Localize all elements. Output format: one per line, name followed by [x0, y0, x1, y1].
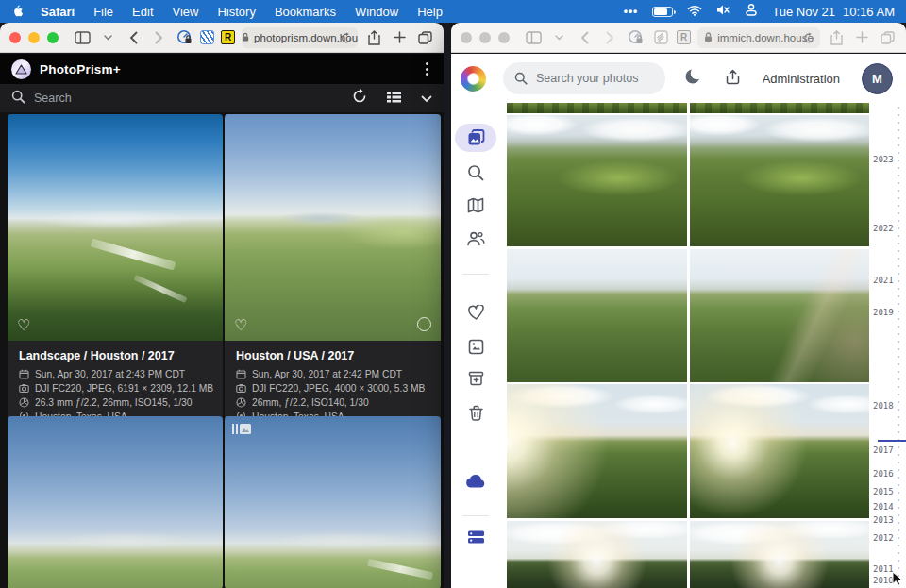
stripes-extension-icon[interactable] [200, 30, 214, 44]
privacy-extension-icon[interactable] [626, 28, 645, 47]
r-extension-icon[interactable]: R [221, 30, 235, 44]
sidebar-item-people[interactable] [451, 224, 500, 254]
back-button[interactable] [124, 28, 143, 47]
tab-overview-icon[interactable] [415, 28, 434, 47]
timeline-year[interactable]: 2014 [873, 502, 894, 512]
photo-thumbnail[interactable] [507, 384, 687, 518]
select-circle-icon[interactable] [417, 317, 431, 331]
forward-button[interactable] [600, 28, 619, 47]
kebab-menu-icon[interactable] [422, 59, 432, 79]
photo-card[interactable] [225, 416, 441, 588]
share-icon[interactable] [364, 28, 383, 47]
sidebar-item-server-status[interactable] [451, 522, 500, 552]
sidebar-chevron-icon[interactable] [98, 28, 117, 47]
menu-item-file[interactable]: File [93, 5, 113, 19]
zoom-window-button[interactable] [47, 32, 59, 43]
timeline-scrubber[interactable]: 2023 2022 2021 2019 2018 2017 2016 2015 … [869, 103, 906, 588]
timeline-year[interactable]: 2021 [873, 276, 894, 285]
user-switcher-icon[interactable] [745, 4, 758, 19]
share-icon[interactable] [827, 28, 846, 47]
menu-item-safari[interactable]: Safari [41, 5, 75, 19]
privacy-extension-icon[interactable] [175, 28, 193, 47]
photo-thumbnail[interactable] [690, 521, 870, 588]
minimize-window-button[interactable] [479, 32, 491, 43]
menu-item-help[interactable]: Help [417, 5, 443, 19]
apple-logo-icon[interactable] [11, 5, 25, 19]
photo-card[interactable]: ♡ Houston / USA / 2017 Sun, Apr 30, 2017… [225, 114, 441, 432]
timeline-year[interactable]: 2016 [873, 469, 894, 479]
administration-link[interactable]: Administration [763, 72, 840, 86]
refresh-icon[interactable] [352, 89, 367, 108]
timeline-year[interactable]: 2010 [873, 576, 894, 585]
timeline-year[interactable]: 2023 [873, 155, 894, 164]
immich-search-bar[interactable] [503, 62, 665, 94]
menu-bar-clock[interactable]: Tue Nov 21 10:16 AM [772, 5, 895, 19]
menu-item-window[interactable]: Window [355, 5, 398, 19]
sidebar-item-map[interactable] [451, 190, 500, 220]
menu-item-view[interactable]: View [173, 5, 199, 19]
mute-icon[interactable] [716, 4, 730, 19]
favorite-heart-icon[interactable]: ♡ [17, 318, 30, 333]
reload-icon[interactable] [803, 31, 814, 48]
view-mode-icon[interactable] [386, 90, 402, 107]
photo-thumbnail[interactable] [8, 416, 223, 588]
sidebar-toggle-icon[interactable] [524, 28, 543, 47]
photo-thumbnail[interactable] [507, 115, 687, 246]
new-tab-icon[interactable] [852, 28, 871, 47]
address-bar[interactable]: photoprism.down.house [242, 27, 358, 48]
upload-icon[interactable] [725, 69, 741, 89]
sidebar-item-favorites[interactable] [451, 297, 500, 328]
timeline-year[interactable]: 2018 [873, 401, 894, 411]
sidebar-item-search[interactable] [451, 158, 500, 188]
search-input[interactable] [34, 92, 344, 105]
search-input[interactable] [536, 72, 654, 85]
favorite-heart-icon[interactable]: ♡ [234, 318, 247, 333]
menu-item-edit[interactable]: Edit [132, 5, 153, 19]
battery-icon[interactable] [652, 7, 673, 17]
sidebar-item-archive[interactable] [451, 363, 500, 394]
wifi-icon[interactable] [687, 5, 702, 19]
close-window-button[interactable] [9, 32, 21, 43]
back-button[interactable] [575, 28, 594, 47]
photo-thumbnail[interactable] [690, 103, 870, 113]
minimize-window-button[interactable] [28, 32, 40, 43]
timeline-year[interactable]: 2019 [873, 308, 894, 317]
photo-thumbnail[interactable] [690, 115, 870, 246]
tab-overview-icon[interactable] [878, 28, 897, 47]
stripes-extension-icon[interactable] [651, 28, 670, 47]
photo-thumbnail[interactable] [690, 384, 870, 518]
timeline-year[interactable]: 2022 [873, 224, 894, 233]
r-extension-icon[interactable]: R [677, 30, 691, 44]
zoom-window-button[interactable] [498, 32, 510, 43]
new-tab-icon[interactable] [390, 28, 409, 47]
immich-logo-icon[interactable] [461, 66, 486, 92]
menu-item-bookmarks[interactable]: Bookmarks [275, 5, 336, 19]
sidebar-chevron-icon[interactable] [549, 28, 568, 47]
sidebar-item-trash[interactable] [451, 397, 500, 428]
photo-thumbnail[interactable] [690, 249, 870, 382]
photo-card[interactable] [8, 416, 223, 588]
timeline-year[interactable]: 2013 [873, 515, 894, 525]
timeline-year[interactable]: 2017 [873, 445, 894, 455]
photo-thumbnail[interactable] [507, 103, 687, 113]
photo-thumbnail[interactable] [225, 416, 441, 588]
close-window-button[interactable] [461, 32, 472, 43]
photo-thumbnail[interactable] [507, 249, 687, 382]
chevron-down-icon[interactable] [421, 90, 432, 107]
sidebar-toggle-icon[interactable] [73, 28, 92, 47]
reload-icon[interactable] [341, 31, 352, 48]
more-options-icon[interactable]: ••• [624, 5, 639, 18]
photo-card[interactable]: ♡ Landscape / Houston / 2017 Sun, Apr 30… [8, 114, 223, 432]
photo-thumbnail[interactable]: ♡ [225, 114, 441, 341]
forward-button[interactable] [149, 28, 168, 47]
timeline-year[interactable]: 2012 [873, 533, 894, 543]
photo-thumbnail[interactable] [507, 521, 687, 588]
address-bar[interactable]: immich.down.house [697, 27, 820, 48]
dark-mode-moon-icon[interactable] [684, 67, 703, 90]
user-avatar[interactable]: M [862, 63, 893, 94]
sidebar-item-albums[interactable] [451, 331, 500, 361]
sidebar-item-photos[interactable] [455, 124, 496, 152]
timeline-year[interactable]: 2015 [873, 487, 894, 496]
photo-thumbnail[interactable]: ♡ [8, 114, 223, 341]
menu-item-history[interactable]: History [217, 5, 255, 19]
